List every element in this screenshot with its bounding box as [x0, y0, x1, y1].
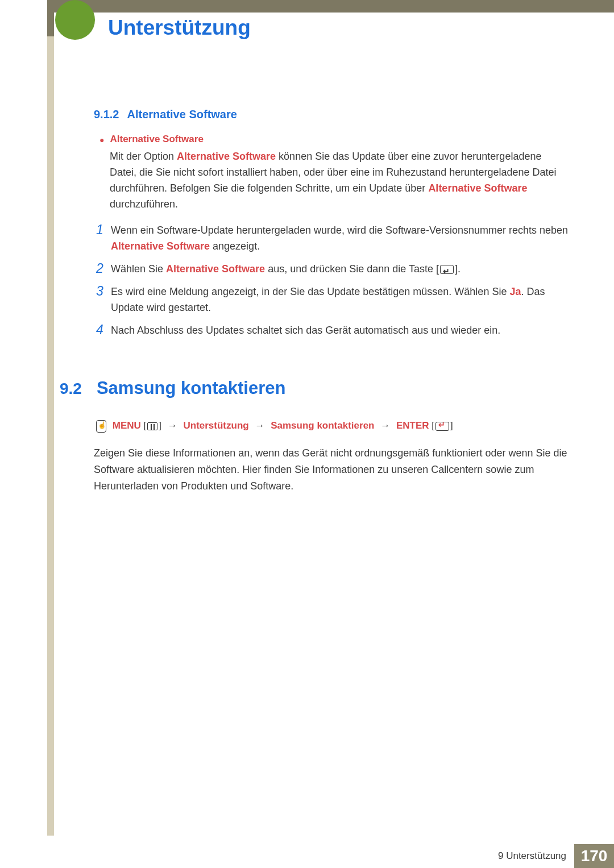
intro-paragraph: Mit der Option Alternative Software könn… [110, 148, 569, 212]
bullet-item: ● Alternative Software [99, 134, 569, 146]
step-text: Nach Abschluss des Updates schaltet sich… [111, 322, 500, 338]
footer-label: 9 Unterstützung [498, 850, 566, 862]
text: [ [432, 420, 434, 431]
emphasis: Ja [509, 286, 521, 297]
text: Nach Abschluss des Updates schaltet sich… [111, 325, 500, 336]
arrow-icon: → [255, 420, 264, 431]
text: Wählen Sie [111, 263, 166, 275]
text: angezeigt. [210, 240, 260, 252]
emphasis: Alternative Software [177, 151, 276, 162]
subsection-number: 9.1.2 [94, 108, 119, 121]
step-2: 2 Wählen Sie Alternative Software aus, u… [96, 261, 569, 277]
step-1: 1 Wenn ein Software-Update heruntergelad… [96, 222, 569, 254]
step-number: 1 [96, 222, 111, 237]
text: [ [144, 420, 147, 431]
page-number: 170 [574, 844, 614, 868]
subsection-heading: 9.1.2 Alternative Software [94, 108, 569, 121]
arrow-icon: → [168, 420, 177, 431]
section-title: Samsung kontaktieren [97, 378, 285, 398]
text: Es wird eine Meldung angezeigt, in der S… [111, 286, 509, 297]
emphasis: Alternative Software [166, 263, 265, 275]
section-number: 9.2 [60, 380, 82, 398]
nav-menu-label: MENU [113, 420, 141, 431]
step-text: Wenn ein Software-Update heruntergeladen… [111, 222, 569, 254]
text: ]. [455, 263, 460, 275]
text: ] [450, 420, 453, 431]
nav-enter-label: ENTER [396, 420, 429, 431]
step-text: Es wird eine Meldung angezeigt, in der S… [111, 284, 569, 315]
text: Wenn ein Software-Update heruntergeladen… [111, 225, 568, 236]
bullet-dot-icon: ● [99, 134, 104, 146]
step-number: 4 [96, 322, 111, 337]
text: aus, und drücken Sie dann die Taste [ [265, 263, 439, 275]
left-stripe [47, 0, 54, 836]
chapter-badge-icon [55, 0, 95, 40]
step-number: 2 [96, 261, 111, 276]
emphasis: Alternative Software [428, 182, 527, 194]
text: durchzuführen. [110, 198, 178, 210]
nav-path: MENU [] → Unterstützung → Samsung kontak… [96, 420, 569, 433]
step-4: 4 Nach Abschluss des Updates schaltet si… [96, 322, 569, 338]
section-heading: 9.2 Samsung kontaktieren [60, 378, 569, 398]
remote-icon [96, 420, 106, 433]
step-number: 3 [96, 284, 111, 298]
enter-icon [440, 265, 454, 274]
text: Mit der Option [110, 151, 177, 162]
enter-icon [435, 422, 449, 431]
nav-segment: Unterstützung [183, 420, 248, 431]
body-paragraph: Zeigen Sie diese Informationen an, wenn … [94, 445, 569, 495]
subsection-title: Alternative Software [127, 108, 237, 121]
bullet-title: Alternative Software [110, 134, 203, 145]
content-area: 9.1.2 Alternative Software ● Alternative… [94, 108, 569, 495]
page-title: Unterstützung [108, 16, 268, 40]
footer: 9 Unterstützung 170 [54, 844, 614, 868]
step-text: Wählen Sie Alternative Software aus, und… [111, 261, 460, 277]
arrow-icon: → [380, 420, 390, 431]
menu-icon [147, 422, 157, 430]
text: ] [159, 420, 161, 431]
nav-segment: Samsung kontaktieren [271, 420, 374, 431]
step-3: 3 Es wird eine Meldung angezeigt, in der… [96, 284, 569, 315]
emphasis: Alternative Software [111, 240, 210, 252]
